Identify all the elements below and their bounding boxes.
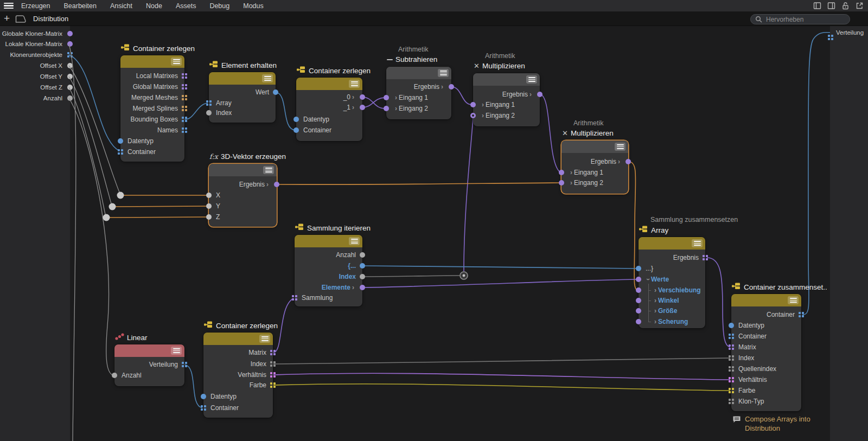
menu-modus[interactable]: Modus <box>243 2 264 10</box>
node-header[interactable] <box>120 55 184 68</box>
node-multiplizieren-5[interactable]: Arithmetik✕MultiplizierenErgebnis››Einga… <box>561 140 628 194</box>
split-left-icon[interactable] <box>813 2 821 10</box>
node-menu-button[interactable] <box>526 75 537 84</box>
menu-node[interactable]: Node <box>146 2 162 10</box>
node-header[interactable] <box>731 294 801 306</box>
lock-open-icon[interactable] <box>841 2 850 10</box>
node-container-zerlegen-2[interactable]: Container zerlegen_0›_1›DatentypContaine… <box>296 78 362 141</box>
node-header[interactable] <box>295 235 362 247</box>
port-container[interactable] <box>293 127 299 133</box>
port-merged-splines[interactable] <box>182 106 187 111</box>
port-verteilung[interactable] <box>828 35 833 40</box>
add-tab-button[interactable]: + <box>4 14 10 23</box>
port-datentyp[interactable] <box>118 138 123 144</box>
wire-junction[interactable] <box>460 272 468 279</box>
node-menu-button[interactable] <box>259 335 270 343</box>
port-index[interactable] <box>360 274 365 279</box>
chevron-right-icon[interactable]: › <box>654 308 656 314</box>
port-offset-z[interactable] <box>67 85 73 90</box>
port-wert[interactable] <box>273 90 278 95</box>
port-eingang-2[interactable] <box>384 106 389 111</box>
port-0[interactable] <box>360 94 365 100</box>
node-menu-button[interactable] <box>263 166 274 174</box>
node-menu-button[interactable] <box>438 69 449 77</box>
port-bounding-boxes[interactable] <box>182 117 187 122</box>
port-elemente[interactable] <box>360 285 365 290</box>
wire-junction[interactable] <box>117 192 124 199</box>
port-datentyp[interactable] <box>729 323 734 328</box>
menu-debug[interactable]: Debug <box>209 2 229 10</box>
port-ergebnis[interactable] <box>626 159 631 164</box>
node-header[interactable] <box>296 78 362 90</box>
node-header[interactable] <box>386 67 451 79</box>
node-sammlung-iterieren-7[interactable]: Sammlung iterierenAnzahl{...IndexElement… <box>295 235 362 306</box>
menu-assets[interactable]: Assets <box>176 2 196 10</box>
port-verh-ltnis[interactable] <box>729 377 734 382</box>
port-eingang-1[interactable] <box>384 95 389 100</box>
node-multiplizieren-4[interactable]: Arithmetik✕MultiplizierenErgebnis››Einga… <box>473 73 540 126</box>
node-menu-button[interactable] <box>615 143 626 151</box>
chevron-right-icon[interactable]: › <box>654 287 656 293</box>
port-eingang-1[interactable] <box>470 102 476 107</box>
port-z[interactable] <box>206 214 212 220</box>
port-merged-meshes[interactable] <box>182 95 187 100</box>
node-header[interactable] <box>473 73 540 86</box>
port-verh-ltnis[interactable] <box>270 372 276 378</box>
node-container-zusammenset-9[interactable]: Container zusammenset..ContainerDatentyp… <box>731 294 801 411</box>
port-anzahl[interactable] <box>112 373 117 378</box>
node-container-zerlegen-11[interactable]: Container zerlegenMatrixIndexVerhältnisF… <box>203 333 273 418</box>
port-names[interactable] <box>182 127 187 133</box>
tab-icon[interactable] <box>15 15 27 23</box>
port-ergebnis[interactable] <box>274 182 279 187</box>
node-header[interactable] <box>561 140 628 153</box>
port-array[interactable] <box>206 100 212 106</box>
port-[interactable] <box>360 263 365 269</box>
graph-canvas[interactable]: Globale Kloner-MatrixLokale Kloner-Matri… <box>0 26 868 441</box>
node-header[interactable] <box>114 344 184 357</box>
node-menu-button[interactable] <box>262 74 273 82</box>
port-[interactable] <box>636 266 641 271</box>
port-winkel[interactable] <box>636 298 641 303</box>
port-1[interactable] <box>360 105 365 110</box>
port-werte[interactable] <box>636 277 641 282</box>
port-eingang-1[interactable] <box>559 170 564 175</box>
search-input[interactable]: Hervorheben <box>750 14 850 24</box>
port-container[interactable] <box>201 405 206 411</box>
node-menu-button[interactable] <box>171 57 182 66</box>
port-scherung[interactable] <box>636 319 641 324</box>
chevron-right-icon[interactable]: › <box>654 298 656 303</box>
port-klonerunterobjekte[interactable] <box>67 52 73 57</box>
chevron-down-icon[interactable]: › <box>646 278 651 280</box>
port-local-matrixes[interactable] <box>182 73 187 79</box>
port-container[interactable] <box>729 334 734 339</box>
node-menu-button[interactable] <box>788 296 799 304</box>
port-ergebnis[interactable] <box>449 84 454 90</box>
node-header[interactable] <box>209 72 276 85</box>
port-eingang-2[interactable] <box>559 180 564 186</box>
split-right-icon[interactable] <box>827 2 835 10</box>
port-lokale-kloner-matrix[interactable] <box>67 41 73 47</box>
port-container[interactable] <box>118 149 123 155</box>
node-header[interactable] <box>209 164 277 176</box>
open-external-icon[interactable] <box>856 2 864 10</box>
node-container-zerlegen-0[interactable]: Container zerlegenLocal MatrixesGlobal M… <box>120 55 184 162</box>
node-menu-button[interactable] <box>349 80 360 88</box>
port-ergebnis[interactable] <box>703 255 708 260</box>
wire-junction[interactable] <box>109 203 116 210</box>
port-offset-x[interactable] <box>67 63 73 68</box>
port-globale-kloner-matrix[interactable] <box>67 31 73 36</box>
port-farbe[interactable] <box>729 388 734 393</box>
node-header[interactable] <box>203 333 273 345</box>
node-comment[interactable]: Compose Arrays intoDistribution <box>732 414 810 433</box>
port-klon-typ[interactable] <box>729 399 734 404</box>
node-subtrahieren-3[interactable]: ArithmetikSubtrahierenErgebnis››Eingang … <box>386 67 451 119</box>
wire-junction[interactable] <box>103 214 110 221</box>
node-header[interactable] <box>639 237 705 250</box>
node-menu-button[interactable] <box>349 237 360 245</box>
port-x[interactable] <box>206 193 212 198</box>
node-array-8[interactable]: Sammlung zusammensetzenArrayErgebnis...}… <box>639 237 705 328</box>
port-matrix[interactable] <box>729 344 734 350</box>
chevron-right-icon[interactable]: › <box>654 319 656 324</box>
port-global-matrixes[interactable] <box>182 84 187 90</box>
port-anzahl[interactable] <box>67 95 73 101</box>
